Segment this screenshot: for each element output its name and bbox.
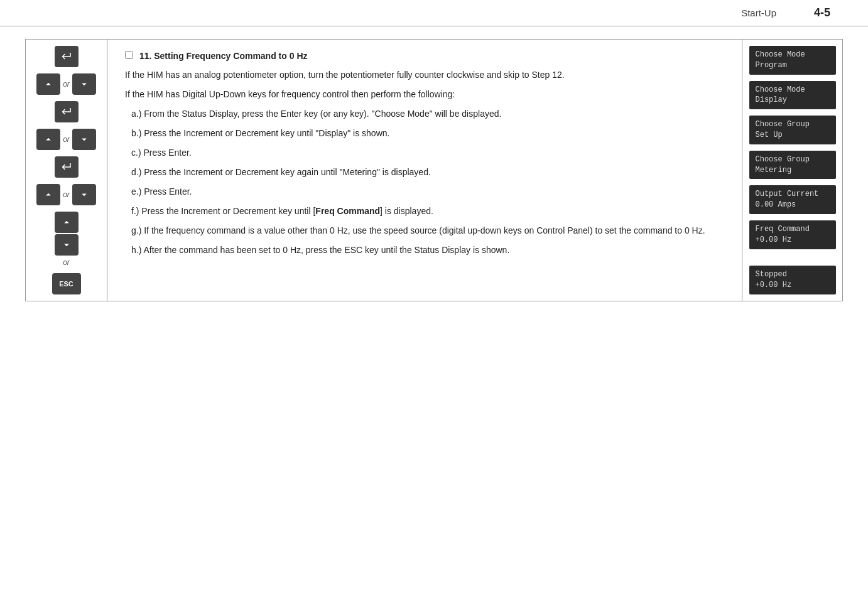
step-item-e: e.) Press Enter. [125, 185, 724, 198]
or-label-f: or [63, 190, 70, 199]
key-group-esc-h: ESC [52, 273, 81, 294]
up-key-g[interactable] [55, 212, 79, 233]
page-header: Start-Up 4-5 [0, 0, 868, 26]
display-box-1: Choose Mode Program [749, 46, 836, 75]
up-key-b[interactable] [36, 73, 60, 95]
display-box-5: Output Current 0.00 Amps [749, 185, 836, 214]
key-group-updown-b: or [36, 73, 96, 95]
freq-command-bold: Freq Command [315, 206, 380, 216]
display-column: Choose Mode Program Choose Mode Display … [742, 40, 842, 301]
step-item-g: g.) If the frequency command is a value … [125, 224, 724, 237]
down-key-f[interactable] [72, 184, 96, 205]
step-item-b: b.) Press the Increment or Decrement key… [125, 127, 724, 140]
enter-key-e[interactable] [55, 156, 79, 178]
step-title: 11. Setting Frequency Command to 0 Hz [125, 51, 724, 61]
display-box-2: Choose Mode Display [749, 81, 836, 110]
page-number: 4-5 [814, 6, 830, 19]
key-group-updown-f: or [36, 184, 96, 205]
display-box-6: Freq Command +0.00 Hz [749, 220, 836, 249]
key-column: or or [26, 40, 107, 301]
display-box-3: Choose Group Set Up [749, 116, 836, 144]
down-key-d[interactable] [72, 129, 96, 150]
step-item-f: f.) Press the Increment or Decrement key… [125, 205, 724, 218]
key-group-enter-c [55, 101, 79, 122]
down-key-b[interactable] [72, 73, 96, 95]
step-checkbox[interactable] [125, 51, 133, 59]
or-label-g: or [63, 258, 70, 267]
content-area: or or [25, 39, 843, 301]
up-key-f[interactable] [36, 184, 60, 205]
step-intro2: If the HIM has Digital Up-Down keys for … [125, 88, 724, 101]
step-item-a: a.) From the Status Display, press the E… [125, 107, 724, 121]
enter-key-c[interactable] [55, 101, 79, 122]
key-group-enter-e [55, 156, 79, 178]
up-key-d[interactable] [36, 129, 60, 150]
or-label-d: or [63, 135, 70, 144]
step-item-d: d.) Press the Increment or Decrement key… [125, 166, 724, 179]
main-text-column: 11. Setting Frequency Command to 0 Hz If… [107, 40, 742, 301]
enter-key-a[interactable] [55, 46, 79, 67]
key-group-updown-d: or [36, 129, 96, 150]
esc-key-h[interactable]: ESC [52, 273, 81, 294]
key-group-enter-a [55, 46, 79, 67]
key-group-updown-g: or [55, 212, 79, 267]
display-box-7: Stopped +0.00 Hz [749, 266, 836, 294]
display-box-4: Choose Group Metering [749, 151, 836, 180]
step-item-c: c.) Press Enter. [125, 146, 724, 159]
section-title: Start-Up [741, 8, 776, 18]
step-intro1: If the HIM has an analog potentiometer o… [125, 68, 724, 82]
or-label-b: or [63, 80, 70, 89]
step-item-h: h.) After the command has been set to 0 … [125, 244, 724, 257]
down-key-g[interactable] [55, 234, 79, 256]
